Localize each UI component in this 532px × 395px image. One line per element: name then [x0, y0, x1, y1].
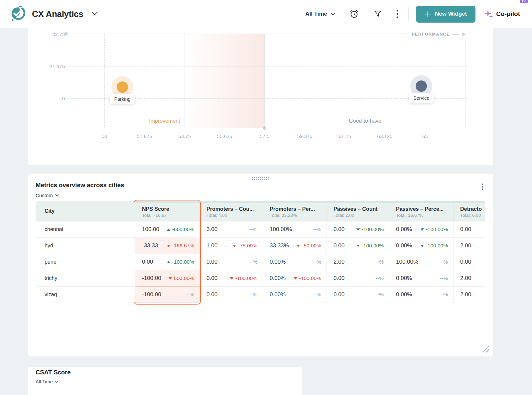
column-total: Total: 6.00	[460, 213, 485, 218]
column-header-metric[interactable]: Passives – Perce...Total: 16.67%	[389, 201, 453, 221]
metric-change-text: -100.00%	[362, 226, 384, 232]
table-row[interactable]: pune0.00-100.00%0.00--%0.00%--%2.00--%10…	[36, 254, 485, 270]
table-row[interactable]: hyd-33.33-166.67%1.00-75.00%33.33%-50.00…	[36, 238, 485, 254]
metric-change: -100.00%	[421, 226, 448, 232]
data-point[interactable]	[117, 81, 128, 93]
metric-change-text: -75.00%	[238, 243, 257, 249]
table-menu-button[interactable]	[480, 182, 485, 192]
ai-badge: AI	[520, 0, 528, 3]
app-title-chevron-icon[interactable]	[92, 11, 97, 17]
csat-time-dropdown[interactable]: All Time	[36, 379, 59, 384]
alerts-button[interactable]	[349, 9, 359, 19]
column-total: Total: 16.67%	[396, 213, 449, 218]
triangle-down-icon	[356, 245, 360, 247]
metric-change-text: --%	[249, 259, 257, 265]
kebab-menu-icon	[396, 10, 398, 18]
metric-change-text: --%	[376, 259, 384, 265]
triangle-down-icon	[421, 228, 424, 231]
metric-cell: 33.33%-50.00%	[263, 238, 327, 254]
metric-value: 100.00	[142, 226, 159, 233]
new-widget-label: New Widget	[435, 11, 467, 17]
x-tick-label: 57.5	[260, 133, 269, 139]
x-tick-label: 65	[422, 133, 428, 139]
table-row[interactable]: trichy-100.00600.00%0.00-100.00%0.00%-10…	[36, 270, 485, 287]
metric-value: 0.00%	[270, 291, 286, 298]
metric-change-text: --%	[249, 292, 257, 298]
metric-cell: 2.00--%	[327, 254, 389, 270]
metric-value: 0.00%	[396, 291, 412, 298]
table-view-dropdown[interactable]: Custom	[36, 193, 59, 198]
column-header-metric[interactable]: Passives – CountTotal: 2.00	[327, 201, 389, 221]
sparkle-icon	[484, 10, 493, 19]
metric-cell: 100.00%--%	[263, 221, 327, 238]
grid-line	[145, 34, 145, 128]
column-header-metric[interactable]: DetractoTotal: 6.00	[453, 201, 485, 221]
resize-handle[interactable]	[482, 346, 489, 352]
priority-matrix-card: 5051.87553.7555.62557.559.37561.2563.125…	[28, 28, 493, 165]
triangle-down-icon	[169, 277, 172, 280]
column-header-metric[interactable]: Promoters – Per...Total: 33.33%	[263, 201, 327, 221]
column-header-label: City	[45, 208, 135, 214]
metric-value: 0.00	[333, 242, 344, 249]
axis-origin-dot	[64, 32, 67, 36]
metric-change-text: --%	[440, 275, 448, 281]
column-header-label: Passives – Count	[333, 206, 384, 212]
copilot-button[interactable]: Co-pilot AI	[484, 10, 523, 19]
metric-value: 2.00	[460, 242, 471, 249]
metric-value: 2.00	[460, 291, 471, 298]
metric-cell: 3.00--%	[200, 221, 263, 238]
metric-change: -50.00%	[297, 243, 321, 249]
metric-cell: 2.00	[453, 238, 485, 254]
metric-change: --%	[376, 292, 384, 298]
metric-change-text: -600.00%	[172, 226, 194, 232]
metric-value: -33.33	[142, 242, 158, 249]
column-total: Total: 2.00	[333, 213, 384, 218]
metric-cell: 1.00-75.00%	[200, 238, 263, 254]
triangle-down-icon	[421, 245, 424, 247]
column-total: Total: -16.67	[142, 213, 195, 218]
metric-change-text: --%	[186, 292, 194, 298]
grid-line	[305, 34, 305, 128]
metric-change-text: -166.67%	[172, 243, 194, 249]
metric-cell: 0.00%--%	[389, 287, 453, 303]
column-header-city[interactable]: City	[36, 201, 135, 221]
time-filter-dropdown[interactable]: All Time	[305, 11, 335, 17]
x-tick-label: 53.75	[178, 133, 191, 139]
metric-cell: 0.00	[453, 221, 485, 238]
metric-value: 0.00%	[396, 275, 412, 282]
metric-cell: 0.00--%	[200, 287, 263, 303]
app-title: CX Analytics	[32, 9, 83, 19]
metric-change-text: --%	[313, 292, 321, 298]
data-point[interactable]	[416, 80, 427, 92]
table-row[interactable]: vizag-100.00--%0.00--%0.00%--%0.00--%0.0…	[36, 287, 485, 303]
point-label: Parking	[110, 94, 135, 104]
app-header: CX Analytics All Time	[0, 0, 532, 28]
metric-cell: 0.00	[453, 254, 485, 270]
performance-axis-line	[66, 34, 419, 34]
metric-cell: 0.00%--%	[263, 287, 327, 303]
metric-change: -100.00%	[356, 226, 384, 232]
triangle-down-icon	[294, 277, 297, 280]
metric-change-text: -100.00%	[235, 275, 257, 281]
metric-value: 0.00	[333, 275, 344, 282]
metric-change: --%	[313, 226, 321, 232]
triangle-down-icon	[356, 228, 360, 231]
metrics-table: CityNPS ScoreTotal: -16.67Promoters – Co…	[36, 201, 485, 303]
metric-change: -100.00%	[356, 243, 384, 249]
column-header-label: NPS Score	[142, 206, 195, 212]
x-tick-label: 51.875	[137, 133, 152, 139]
header-menu-button[interactable]	[396, 10, 398, 18]
chevron-down-icon	[55, 194, 59, 197]
app-logo-icon	[9, 5, 26, 23]
metric-value: 0.00%	[270, 275, 286, 282]
column-header-metric[interactable]: Promoters – Cou...Total: 4.00	[200, 201, 263, 221]
table-row[interactable]: chennai100.00-600.00%3.00--%100.00%--%0.…	[36, 221, 485, 238]
grid-line	[225, 34, 225, 128]
filter-button[interactable]	[373, 9, 382, 19]
metric-change: --%	[440, 275, 448, 281]
drag-handle[interactable]	[251, 177, 270, 181]
column-header-metric[interactable]: NPS ScoreTotal: -16.67	[135, 201, 200, 221]
new-widget-button[interactable]: New Widget	[416, 6, 475, 23]
metric-change-text: --%	[376, 275, 384, 281]
grid-line	[345, 34, 345, 128]
